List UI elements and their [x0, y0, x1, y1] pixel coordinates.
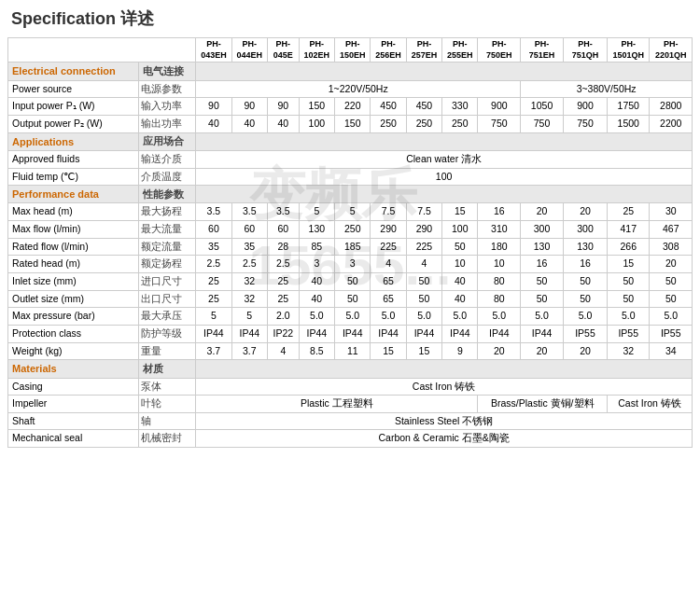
table-cell: 467: [650, 221, 693, 239]
table-cell: 1050: [521, 98, 564, 116]
table-cell: 750: [521, 115, 564, 132]
table-cell: 900: [563, 98, 607, 116]
model-header: PH-1501QH: [608, 38, 650, 62]
table-row: Shaft轴Stainless Steel 不锈钢: [8, 412, 693, 430]
table-cell: 30: [650, 203, 693, 221]
row-label-cn: 泵体: [138, 378, 195, 396]
span-cell-extra: 3~380V/50Hz: [521, 80, 693, 98]
table-cell: 290: [371, 221, 406, 239]
table-cell: IP22: [267, 325, 299, 342]
page-title: Specification 详述: [7, 7, 693, 30]
table-cell: 90: [231, 98, 267, 116]
table-cell: 20: [650, 256, 693, 273]
table-cell: 25: [608, 203, 650, 221]
mixed-span-cell: Cast Iron 铸铁: [608, 396, 693, 413]
table-cell: 5.0: [371, 308, 406, 326]
page-container: 变频乐15655... Specification 详述 // Will ren…: [0, 0, 700, 455]
table-cell: 65: [371, 273, 406, 291]
table-cell: 90: [196, 98, 231, 116]
table-cell: 5.0: [608, 308, 650, 326]
table-cell: IP44: [299, 325, 334, 342]
row-label-en: Mechanical seal: [8, 430, 139, 448]
table-row: Output power P₂ (W)输出功率40404010015025025…: [8, 115, 693, 132]
table-cell: 50: [406, 290, 441, 308]
table-cell: 185: [335, 238, 371, 256]
table-row: Max head (m)最大扬程3.53.53.5557.57.51516202…: [8, 203, 693, 221]
section-header-performance: Performance data性能参数: [8, 186, 693, 203]
section-label-cn-applications: 应用场合: [138, 132, 195, 150]
table-cell: 25: [196, 273, 231, 291]
table-cell: 2.5: [196, 256, 231, 273]
table-cell: 25: [267, 290, 299, 308]
table-cell: 40: [442, 273, 478, 291]
row-label-cn: 额定扬程: [138, 256, 195, 273]
table-cell: 220: [335, 98, 371, 116]
table-cell: 15: [371, 342, 406, 360]
row-label-en: Outlet size (mm): [8, 290, 139, 308]
table-cell: 750: [478, 115, 521, 132]
row-label-en: Power source: [8, 80, 139, 98]
table-cell: 130: [563, 238, 607, 256]
table-cell: 2.5: [267, 256, 299, 273]
mixed-span-cell: Brass/Plastic 黄铜/塑料: [478, 396, 608, 413]
table-cell: 5: [299, 203, 334, 221]
table-cell: 16: [478, 203, 521, 221]
table-cell: 2200: [650, 115, 693, 132]
table-cell: 450: [406, 98, 441, 116]
row-label-cn: 输入功率: [138, 98, 195, 116]
table-cell: 15: [442, 203, 478, 221]
table-cell: 250: [335, 221, 371, 239]
span-cell: Carbon & Ceramic 石墨&陶瓷: [196, 430, 693, 448]
table-cell: 80: [478, 273, 521, 291]
table-cell: 130: [299, 221, 334, 239]
table-row: Approved fluids输送介质Clean water 清水: [8, 150, 693, 168]
row-label-cn: 介质温度: [138, 168, 195, 186]
table-row: Rated flow (l/min)额定流量353528851852252255…: [8, 238, 693, 256]
row-label-en: Output power P₂ (W): [8, 115, 139, 132]
table-cell: IP44: [371, 325, 406, 342]
table-cell: 3.7: [196, 342, 231, 360]
table-cell: 1500: [608, 115, 650, 132]
table-cell: 300: [563, 221, 607, 239]
table-cell: 16: [563, 256, 607, 273]
table-cell: 50: [608, 273, 650, 291]
table-cell: 90: [267, 98, 299, 116]
table-cell: 20: [521, 203, 564, 221]
table-cell: 25: [267, 273, 299, 291]
table-cell: 10: [478, 256, 521, 273]
table-cell: 28: [267, 238, 299, 256]
row-label-cn: 输出功率: [138, 115, 195, 132]
table-cell: 150: [335, 115, 371, 132]
model-header: PH-044EH: [231, 38, 267, 62]
table-cell: 15: [406, 342, 441, 360]
span-cell: Cast Iron 铸铁: [196, 378, 693, 396]
table-cell: 2.0: [267, 308, 299, 326]
row-label-en: Weight (kg): [8, 342, 139, 360]
table-cell: 50: [650, 273, 693, 291]
table-row: Protection class防护等级IP44IP44IP22IP44IP44…: [8, 325, 693, 342]
table-cell: 250: [371, 115, 406, 132]
table-cell: 4: [406, 256, 441, 273]
table-cell: 130: [521, 238, 564, 256]
span-cell: 1~220V/50Hz: [196, 80, 521, 98]
table-cell: IP55: [650, 325, 693, 342]
model-header: PH-255EH: [442, 38, 478, 62]
table-cell: 100: [442, 221, 478, 239]
table-cell: IP55: [608, 325, 650, 342]
model-header: PH-750EH: [478, 38, 521, 62]
table-cell: 330: [442, 98, 478, 116]
table-cell: 2800: [650, 98, 693, 116]
table-row: Max flow (l/min)最大流量60606013025029029010…: [8, 221, 693, 239]
row-label-cn: 机械密封: [138, 430, 195, 448]
table-cell: 40: [442, 290, 478, 308]
row-label-cn: 防护等级: [138, 325, 195, 342]
table-row: Max pressure (bar)最大承压552.05.05.05.05.05…: [8, 308, 693, 326]
row-label-en: Inlet size (mm): [8, 273, 139, 291]
table-row: Rated head (m)额定扬程2.52.52.53344101016161…: [8, 256, 693, 273]
row-label-cn: 最大扬程: [138, 203, 195, 221]
table-cell: 50: [563, 273, 607, 291]
table-cell: 8.5: [299, 342, 334, 360]
table-cell: 16: [521, 256, 564, 273]
table-cell: 5.0: [335, 308, 371, 326]
table-cell: 250: [406, 115, 441, 132]
